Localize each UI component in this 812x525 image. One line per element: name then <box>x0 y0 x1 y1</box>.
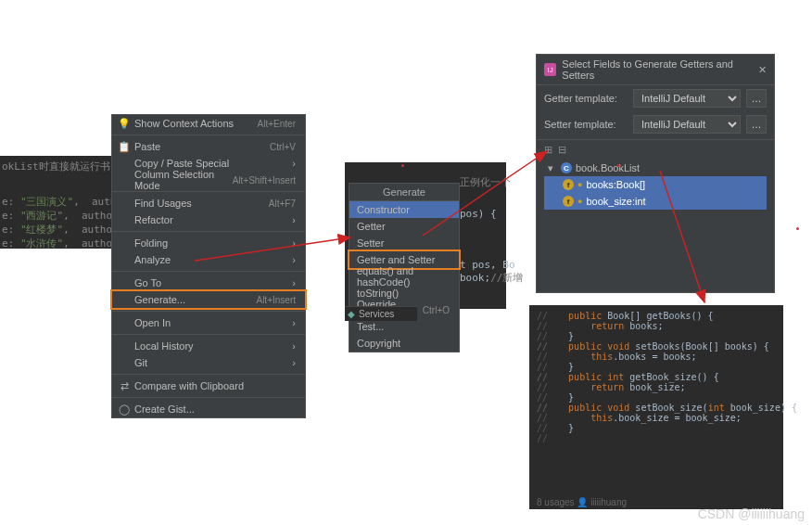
menu-item-git[interactable]: Git› <box>112 354 305 371</box>
code-line: // public Book[] getBooks() { <box>537 311 780 321</box>
menu-item-compare-with-clipboard[interactable]: ⇄Compare with Clipboard <box>112 378 305 394</box>
menu-item-label: Getter and Setter <box>357 254 435 265</box>
code-footer: 8 usages 👤 iiiiihuang <box>537 497 627 507</box>
code-line: e: "三国演义", autho <box>2 195 111 209</box>
code-line: // } <box>537 362 780 372</box>
menu-item-column-selection-mode[interactable]: Column Selection ModeAlt+Shift+Insert <box>112 172 305 188</box>
menu-item-open-in[interactable]: Open In› <box>112 314 305 331</box>
code-line: // this.book_size = book_size; <box>537 413 780 423</box>
services-icon: ◆ <box>348 309 355 319</box>
field-icon: f <box>563 179 574 190</box>
dot <box>796 227 799 230</box>
setter-template-label: Setter template: <box>544 119 628 130</box>
menu-item-folding[interactable]: Folding› <box>112 235 305 251</box>
menu-item-label: Getter <box>357 221 386 232</box>
generate-item-copyright[interactable]: Copyright <box>349 335 459 352</box>
menu-item-label: Test... <box>357 321 384 332</box>
getter-template-browse[interactable]: … <box>746 89 767 108</box>
dot <box>401 164 404 167</box>
collapse-icon[interactable]: ⊟ <box>558 144 566 156</box>
class-icon: C <box>561 162 572 173</box>
close-icon[interactable]: ✕ <box>758 64 767 76</box>
generate-item-equals-and-hashcode[interactable]: equals() and hashCode() <box>349 268 459 285</box>
field-name: books:Book[] <box>586 179 645 190</box>
watermark: CSDN @iiiiiihuang <box>698 506 805 521</box>
setter-template-browse[interactable]: … <box>746 115 767 134</box>
dialog-icon: IJ <box>544 63 556 76</box>
code-line: // } <box>537 423 780 433</box>
generate-popup-title: Generate <box>349 184 459 201</box>
code-line: // } <box>537 392 780 403</box>
generate-item-constructor[interactable]: Constructor <box>349 201 459 218</box>
github-icon: ◯ <box>118 403 131 416</box>
menu-item-label: Column Selection Mode <box>134 169 233 191</box>
generate-popup[interactable]: Generate ConstructorGetterSetterGetter a… <box>349 183 460 352</box>
getter-template-select[interactable]: IntelliJ Default <box>633 89 741 108</box>
generate-item-setter[interactable]: Setter <box>349 235 459 251</box>
setter-template-select[interactable]: IntelliJ Default <box>633 115 741 134</box>
services-toolbar[interactable]: ◆ Services <box>345 306 417 321</box>
menu-item-analyze[interactable]: Analyze› <box>112 251 305 268</box>
dot <box>617 164 620 167</box>
code-line: // this.books = books; <box>537 352 780 362</box>
code-fragment: okList时直接就运行书 <box>2 160 111 173</box>
compare-icon: ⇄ <box>118 380 131 392</box>
menu-item-label: Generate... <box>134 294 185 305</box>
menu-item-label: Local History <box>134 340 194 352</box>
code-editor-mid-right: 正例化一个 pos) { t pos, Bo book;book;//新增//新… <box>458 162 506 309</box>
menu-item-label: toString() <box>357 288 399 299</box>
generated-code-block: // public Book[] getBooks() {// return b… <box>529 305 783 509</box>
tree-field[interactable]: f● book_size:int <box>544 193 767 210</box>
menu-item-label: Refactor <box>134 214 173 225</box>
menu-item-label: Copyright <box>357 338 400 349</box>
getter-setter-dialog[interactable]: IJ Select Fields to Generate Getters and… <box>536 54 775 293</box>
menu-item-find-usages[interactable]: Find UsagesAlt+F7 <box>112 195 305 211</box>
code-line: e: "西游记", autho <box>2 209 111 223</box>
menu-item-label: Git <box>134 357 147 368</box>
code-line: // public int getBook_size() { <box>537 372 780 382</box>
menu-item-label: Copy / Paste Special <box>134 158 229 169</box>
menu-item-paste[interactable]: 📋PasteCtrl+V <box>112 138 305 155</box>
menu-item-label: Setter <box>357 237 384 249</box>
code-line: // return book_size; <box>537 382 780 392</box>
menu-item-label: Constructor <box>357 204 410 215</box>
menu-item-label: Analyze <box>134 254 171 265</box>
menu-item-label: Folding <box>134 237 168 249</box>
menu-item-label: Open In <box>134 317 171 328</box>
dialog-title-text: Select Fields to Generate Getters and Se… <box>562 58 758 81</box>
getter-template-label: Getter template: <box>544 93 628 104</box>
tree-field[interactable]: f● books:Book[] <box>544 176 767 193</box>
menu-item-label: Create Gist... <box>134 403 195 415</box>
menu-item-go-to[interactable]: Go To› <box>112 275 305 291</box>
services-label: Services <box>359 309 394 319</box>
menu-item-generate[interactable]: Generate...Alt+Insert <box>112 291 305 308</box>
menu-item-local-history[interactable]: Local History› <box>112 338 305 354</box>
menu-item-label: Show Context Actions <box>134 118 234 129</box>
bulb-icon: 💡 <box>118 118 131 130</box>
menu-item-label: Go To <box>134 277 161 288</box>
code-line: // public void setBooks(Book[] books) { <box>537 341 780 352</box>
menu-item-refactor[interactable]: Refactor› <box>112 211 305 228</box>
field-icon: f <box>563 196 574 207</box>
context-menu[interactable]: 💡Show Context ActionsAlt+Enter📋PasteCtrl… <box>111 114 306 418</box>
code-line: // } <box>537 331 780 341</box>
code-line: // return books; <box>537 321 780 331</box>
field-name: book_size:int <box>586 196 645 207</box>
code-line: e: "水浒传", autho <box>2 237 111 250</box>
field-tree[interactable]: ▾ C book.BookList f● books:Book[]f● book… <box>537 158 774 211</box>
code-editor-left-lines: e: "三国演义", authoe: "西游记", authoe: "红楼梦",… <box>0 193 113 249</box>
generate-item-getter[interactable]: Getter <box>349 218 459 235</box>
menu-item-label: Compare with Clipboard <box>134 380 244 391</box>
menu-item-label: Find Usages <box>134 198 192 209</box>
code-line: e: "红楼梦", autho <box>2 223 111 237</box>
menu-item-label: Paste <box>134 141 160 152</box>
code-line: // public void setBook_size(int book_siz… <box>537 403 780 413</box>
expand-icon[interactable]: ⊞ <box>544 144 552 156</box>
menu-item-show-context-actions[interactable]: 💡Show Context ActionsAlt+Enter <box>112 115 305 132</box>
tree-root[interactable]: ▾ C book.BookList <box>544 160 767 176</box>
menu-item-create-gist[interactable]: ◯Create Gist... <box>112 401 305 417</box>
paste-icon: 📋 <box>118 141 131 153</box>
